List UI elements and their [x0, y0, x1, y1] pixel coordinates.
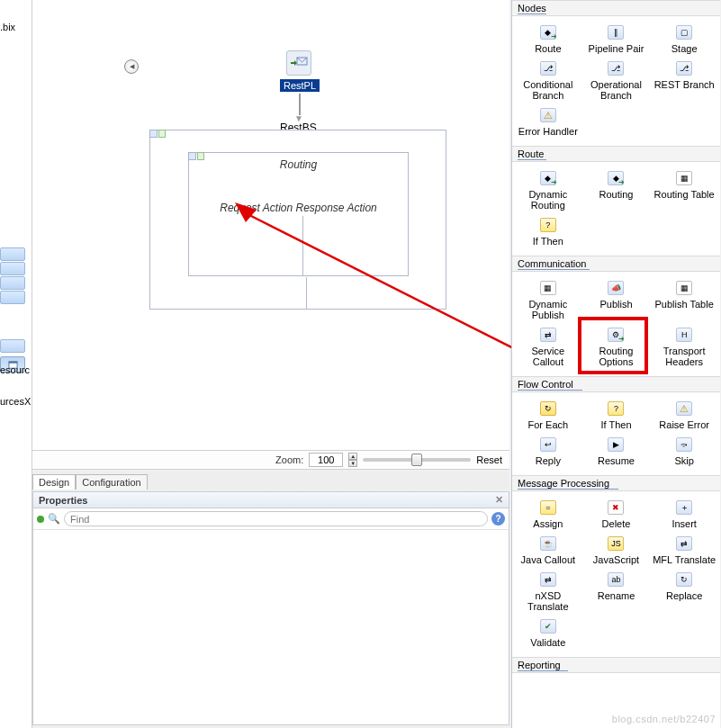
palette-section-nodes[interactable]: Nodes: [512, 0, 720, 16]
palette-dynamic-publish[interactable]: ▦Dynamic Publish: [514, 277, 582, 322]
palette-item-label: Service Callout: [517, 346, 580, 367]
palette-item-label: Rename: [598, 590, 635, 601]
component-palette: Nodes ◆➜Route ‖Pipeline Pair ▢Stage ⎇Con…: [511, 0, 720, 728]
palette-service-callout[interactable]: ⇄Service Callout: [514, 324, 582, 369]
palette-pipeline-pair[interactable]: ‖Pipeline Pair: [582, 22, 651, 56]
palette-java-callout[interactable]: ☕Java Callout: [514, 533, 582, 567]
palette-item-label: Transport Headers: [653, 346, 716, 367]
palette-resume[interactable]: ▶Resume: [582, 434, 651, 468]
palette-item-label: Stage: [671, 43, 698, 54]
palette-mfl-translate[interactable]: ⇄MFL Translate: [650, 533, 718, 567]
pipeline-canvas[interactable]: RestPL ▼ RestBS Routing Request Action R…: [32, 0, 509, 450]
section-label: Message Processing: [518, 478, 609, 489]
palette-conditional-branch[interactable]: ⎇Conditional Branch: [514, 58, 582, 103]
palette-item-label: Skip: [674, 455, 693, 466]
close-icon[interactable]: ✕: [495, 494, 503, 506]
palette-routing-options[interactable]: ⚙➜Routing Options: [582, 324, 651, 369]
section-label: Communication: [518, 258, 586, 269]
palette-rename[interactable]: abRename: [582, 569, 651, 614]
palette-route[interactable]: ◆➜Route: [514, 22, 582, 56]
palette-item-label: For Each: [528, 419, 569, 430]
collapse-toggle-icon[interactable]: [149, 130, 158, 138]
palette-item-label: Reply: [536, 455, 561, 466]
tree-row[interactable]: [0, 262, 25, 275]
properties-find-input[interactable]: [64, 511, 488, 526]
palette-item-label: Routing: [599, 189, 634, 200]
tree-partial-label2: urcesX: [0, 396, 31, 407]
properties-find-row: 🔍 ?: [33, 508, 509, 530]
container-collapse-icons[interactable]: [149, 130, 166, 139]
palette-skip[interactable]: ⤼Skip: [650, 434, 718, 468]
palette-item-label: Delete: [602, 518, 631, 529]
palette-replace[interactable]: ↻Replace: [650, 569, 718, 614]
palette-dynamic-routing[interactable]: ◆➜Dynamic Routing: [514, 167, 582, 212]
tree-row[interactable]: [0, 247, 25, 261]
request-response-actions: Request Action Response Action: [189, 202, 408, 214]
tree-row[interactable]: [0, 291, 25, 304]
communication-grid: ▦Dynamic Publish 📣Publish ▦Publish Table…: [512, 272, 720, 376]
palette-item-label: REST Branch: [654, 79, 715, 90]
palette-for-each[interactable]: ↻For Each: [514, 398, 582, 432]
palette-section-communication[interactable]: Communication: [512, 256, 720, 272]
palette-validate[interactable]: ✔Validate: [514, 616, 582, 650]
palette-section-reporting[interactable]: Reporting: [512, 657, 720, 673]
palette-routing[interactable]: ◆➜Routing: [582, 167, 651, 212]
palette-item-label: JavaScript: [593, 554, 639, 565]
canvas-back-button[interactable]: [124, 59, 139, 74]
palette-publish[interactable]: 📣Publish: [582, 277, 651, 322]
palette-if-then-flow[interactable]: ?If Then: [582, 398, 651, 432]
palette-error-handler[interactable]: Error Handler: [514, 104, 582, 139]
properties-panel: Properties ✕ 🔍 ?: [32, 491, 509, 725]
palette-publish-table[interactable]: ▦Publish Table: [650, 277, 718, 322]
section-label: Flow Control: [518, 379, 573, 390]
zoom-slider-thumb[interactable]: [411, 454, 422, 466]
zoom-slider[interactable]: [363, 458, 471, 462]
palette-item-label: Publish Table: [655, 299, 714, 310]
zoom-input[interactable]: [309, 453, 343, 467]
palette-raise-error[interactable]: Raise Error: [650, 398, 718, 432]
palette-transport-headers[interactable]: HTransport Headers: [650, 324, 718, 369]
palette-javascript[interactable]: JSJavaScript: [582, 533, 651, 567]
palette-stage[interactable]: ▢Stage: [650, 22, 718, 56]
palette-item-label: Java Callout: [521, 554, 576, 565]
palette-routing-table[interactable]: ▦Routing Table: [650, 167, 718, 212]
pipeline-node-icon[interactable]: [286, 50, 311, 76]
palette-nxsd-translate[interactable]: ⇄nXSD Translate: [514, 569, 582, 614]
palette-item-label: Insert: [671, 518, 697, 529]
palette-operational-branch[interactable]: ⎇Operational Branch: [582, 58, 651, 103]
palette-item-label: Operational Branch: [584, 79, 647, 101]
palette-assign[interactable]: =Assign: [514, 497, 582, 531]
palette-section-route[interactable]: Route: [512, 146, 720, 162]
properties-title-label: Properties: [39, 495, 87, 506]
palette-section-flow-control[interactable]: Flow Control: [512, 376, 720, 392]
project-tree-strip: .bix esourc urcesX: [0, 0, 32, 728]
palette-item-label: If Then: [533, 236, 563, 247]
route-action-icon[interactable]: [158, 130, 167, 138]
palette-item-label: Dynamic Publish: [517, 299, 580, 320]
route-container[interactable]: Routing Request Action Response Action: [149, 130, 446, 310]
palette-item-label: MFL Translate: [653, 554, 716, 565]
zoom-reset-button[interactable]: Reset: [476, 454, 502, 465]
palette-item-label: Routing Options: [584, 346, 647, 367]
pipeline-node-label-selected[interactable]: RestPL: [280, 79, 320, 92]
zoom-spinner[interactable]: ▲▼: [348, 453, 357, 467]
tree-row[interactable]: [0, 276, 25, 290]
tree-row[interactable]: [0, 339, 25, 353]
search-icon: 🔍: [48, 513, 60, 525]
routing-action-container[interactable]: Routing Request Action Response Action: [188, 152, 409, 276]
routing-action-title: Routing: [189, 158, 408, 171]
palette-item-label: nXSD Translate: [517, 590, 580, 612]
palette-insert[interactable]: ＋Insert: [650, 497, 718, 531]
help-icon[interactable]: ?: [491, 512, 505, 526]
palette-item-label: Routing Table: [654, 189, 715, 200]
palette-reply[interactable]: ↩Reply: [514, 434, 582, 468]
watermark: blog.csdn.net/b22407: [612, 714, 716, 724]
palette-delete[interactable]: ✖Delete: [582, 497, 651, 531]
palette-rest-branch[interactable]: ⎇REST Branch: [650, 58, 718, 103]
column-divider: [302, 216, 303, 275]
palette-item-label: If Then: [600, 419, 631, 430]
palette-section-message-processing[interactable]: Message Processing: [512, 475, 720, 491]
tab-design[interactable]: Design: [32, 474, 76, 490]
palette-if-then[interactable]: ?If Then: [514, 214, 582, 248]
tab-configuration[interactable]: Configuration: [76, 474, 147, 490]
